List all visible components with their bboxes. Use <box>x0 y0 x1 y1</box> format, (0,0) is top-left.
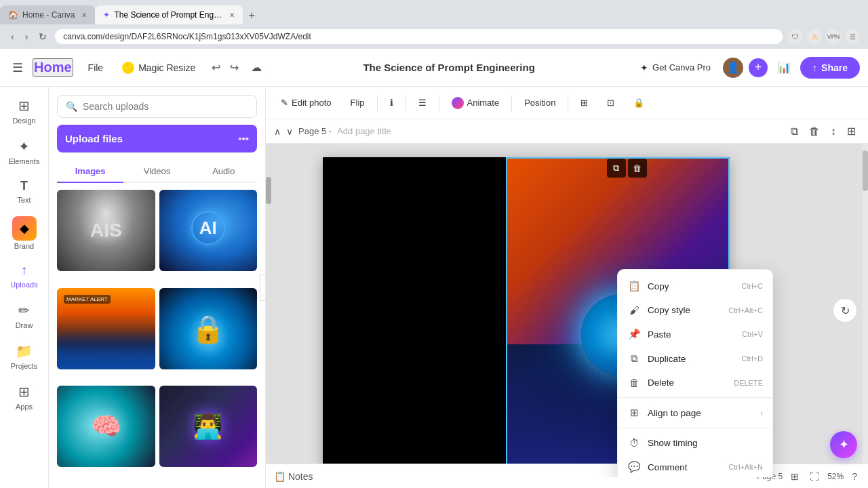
context-menu-show-timing[interactable]: ⏱ Show timing <box>618 431 772 455</box>
refresh-fab[interactable]: ↻ <box>833 298 857 323</box>
right-scroll-thumb[interactable] <box>863 150 868 191</box>
browser-back-button[interactable]: ‹ <box>8 28 17 45</box>
context-menu-align[interactable]: ⊞ Align to page › <box>618 401 772 425</box>
context-menu-paste[interactable]: 📌 Paste Ctrl+V <box>618 322 772 346</box>
magic-resize-button[interactable]: ✨ Magic Resize <box>115 58 202 78</box>
grid-view-button[interactable]: ⊞ <box>788 470 802 483</box>
ai-assistant-fab[interactable]: ✦ <box>830 431 857 458</box>
browser-menu-icon[interactable]: ☰ <box>845 29 860 44</box>
address-bar[interactable] <box>55 29 783 44</box>
sidebar-item-uploads[interactable]: ↑ Uploads <box>4 257 45 294</box>
canva-tab-close[interactable]: ✕ <box>229 12 235 19</box>
image-thumb-city[interactable]: MARKET ALERT <box>57 288 155 369</box>
undo-button[interactable]: ↩ <box>208 58 224 77</box>
fullscreen-button[interactable]: ⛶ <box>807 470 822 483</box>
analytics-button[interactable]: 📊 <box>773 57 795 78</box>
context-menu-duplicate[interactable]: ⧉ Duplicate Ctrl+D <box>618 346 772 371</box>
cloud-save-button[interactable]: ☁ <box>248 58 264 77</box>
top-navbar: ☰ Home File ✨ Magic Resize ↩ ↪ ☁ The Sci… <box>0 49 868 87</box>
zoom-level[interactable]: 52% <box>827 472 844 481</box>
mosaic-button[interactable]: ⊞ <box>574 94 595 112</box>
add-collaborator-button[interactable]: + <box>749 58 768 77</box>
upload-files-button[interactable]: Upload files ••• <box>57 125 257 152</box>
page-title-placeholder[interactable]: Add page title <box>337 126 391 136</box>
image-thumb-person[interactable]: 👨‍💻 <box>159 386 258 467</box>
sidebar-item-apps[interactable]: ⊞ Apps <box>4 378 45 416</box>
images-grid: AIS AI MARKET ALERT 🔒 <box>57 190 257 480</box>
panel-toggle-button[interactable]: ‹ <box>260 274 266 301</box>
tab-audio[interactable]: Audio <box>191 161 257 183</box>
share-button[interactable]: ↑ Share <box>800 57 860 79</box>
delete-page-button[interactable]: 🗑 <box>805 122 824 140</box>
undo-redo-controls: ↩ ↪ <box>208 58 243 77</box>
nav-right: ✦ Get Canva Pro 👤 + 📊 ↑ Share <box>633 57 860 79</box>
context-menu-divider-1 <box>618 397 772 398</box>
sidebar-item-brand[interactable]: ◆ Brand <box>4 212 45 254</box>
canvas-scroll-thumb[interactable] <box>266 177 271 204</box>
user-avatar[interactable]: 👤 <box>723 58 743 78</box>
copy-page-button[interactable]: ⧉ <box>787 122 802 140</box>
pro-icon: ✦ <box>640 62 648 73</box>
fab-area: ✦ <box>830 431 857 458</box>
paste-shortcut: Ctrl+V <box>742 330 763 338</box>
browser-vpn-icon[interactable]: VPN <box>826 29 841 44</box>
selection-copy-icon[interactable]: ⧉ <box>607 159 626 178</box>
file-menu-button[interactable]: File <box>81 58 111 77</box>
lock-button[interactable]: 🔒 <box>627 94 651 112</box>
new-tab-button[interactable]: + <box>243 7 260 24</box>
help-button[interactable]: ? <box>849 470 860 483</box>
redo-button[interactable]: ↪ <box>226 58 243 77</box>
home-tab-favicon: 🏠 <box>8 10 18 20</box>
browser-forward-button[interactable]: › <box>22 28 31 45</box>
browser-chrome: 🏠 Home - Canva ✕ ✦ The Science of Prompt… <box>0 0 868 49</box>
move-page-button[interactable]: ↕ <box>827 122 840 140</box>
browser-tab-canva[interactable]: ✦ The Science of Prompt Engineer... ✕ <box>95 5 243 24</box>
image-thumb-brain[interactable]: 🧠 <box>57 386 155 467</box>
browser-shield-icon[interactable]: 🛡 <box>788 29 803 44</box>
timing-menu-icon: ⏱ <box>627 437 641 449</box>
sidebar-item-design[interactable]: ⊞ Design <box>4 92 45 130</box>
sidebar-item-elements[interactable]: ✦ Elements <box>4 133 45 171</box>
selection-delete-icon[interactable]: 🗑 <box>628 159 647 178</box>
context-menu-copy-style[interactable]: 🖌 Copy style Ctrl+Alt+C <box>618 298 772 322</box>
image-thumb-ai-globe[interactable]: AI <box>159 190 258 271</box>
browser-warning-icon[interactable]: ⚠ <box>807 29 822 44</box>
brand-icon: ◆ <box>12 216 37 241</box>
expand-page-button[interactable]: ⊞ <box>843 122 860 140</box>
image-thumb-ais[interactable]: AIS <box>57 190 155 271</box>
edit-photo-button[interactable]: ✎ Edit photo <box>274 94 338 112</box>
page-expand-button[interactable]: ∨ <box>286 126 293 137</box>
sidebar-item-projects[interactable]: 📁 Projects <box>4 338 45 375</box>
context-menu-comment[interactable]: 💬 Comment Ctrl+Alt+N <box>618 455 772 477</box>
browser-tab-home[interactable]: 🏠 Home - Canva ✕ <box>0 5 95 24</box>
page-collapse-button[interactable]: ∧ <box>274 126 281 137</box>
context-menu-copy[interactable]: 📋 Copy Ctrl+C <box>618 274 772 298</box>
canva-logo[interactable]: Home <box>33 58 73 77</box>
main-content: ⊞ Design ✦ Elements T Text ◆ Brand ↑ Upl… <box>0 87 868 488</box>
paste-menu-icon: 📌 <box>627 328 641 340</box>
canvas-content: ⧉ 🗑 ↻ 📋 Copy Ctrl+C <box>266 144 868 477</box>
hamburger-menu-button[interactable]: ☰ <box>8 56 27 79</box>
info-button[interactable]: ℹ <box>383 94 400 112</box>
copy-menu-icon: 📋 <box>627 280 641 292</box>
animate-icon <box>452 97 464 109</box>
animate-button[interactable]: Animate <box>445 93 507 113</box>
toolbar-separator-5 <box>568 95 568 111</box>
crop-button[interactable]: ⊡ <box>600 94 621 112</box>
tab-videos[interactable]: Videos <box>123 161 190 183</box>
sidebar-item-text[interactable]: T Text <box>4 174 45 209</box>
context-menu-delete[interactable]: 🗑 Delete DELETE <box>618 371 772 394</box>
position-button[interactable]: Position <box>517 94 562 112</box>
search-input[interactable] <box>83 101 248 112</box>
sidebar-item-draw[interactable]: ✏ Draw <box>4 297 45 335</box>
image-thumb-cyber-shield[interactable]: 🔒 <box>159 288 258 369</box>
home-tab-close[interactable]: ✕ <box>81 12 87 19</box>
tab-images[interactable]: Images <box>57 161 123 183</box>
flip-button[interactable]: Flip <box>344 94 372 112</box>
layout-button[interactable]: ☰ <box>412 94 433 112</box>
notes-button[interactable]: 📋 Notes <box>274 471 313 482</box>
align-menu-icon: ⊞ <box>627 407 641 419</box>
browser-refresh-button[interactable]: ↻ <box>36 28 50 45</box>
get-pro-button[interactable]: ✦ Get Canva Pro <box>633 58 717 77</box>
nav-center: The Science of Prompt Engineering <box>270 62 628 73</box>
